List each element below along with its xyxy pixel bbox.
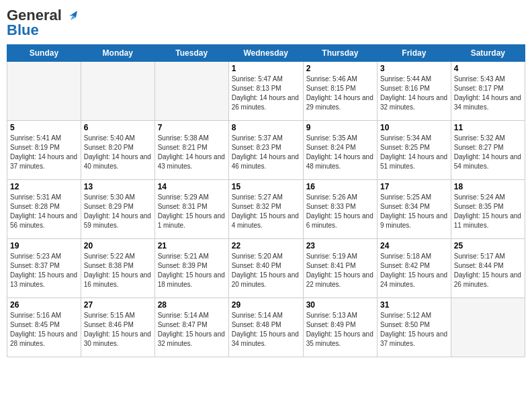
day-number: 8 xyxy=(232,123,300,132)
day-info: Sunrise: 5:46 AMSunset: 8:15 PMDaylight:… xyxy=(306,75,374,112)
day-number: 31 xyxy=(380,300,448,310)
day-info: Sunrise: 5:17 AMSunset: 8:44 PMDaylight:… xyxy=(454,252,522,289)
day-info: Sunrise: 5:38 AMSunset: 8:21 PMDaylight:… xyxy=(158,134,226,171)
calendar-cell xyxy=(154,62,228,121)
day-number: 9 xyxy=(306,123,374,132)
day-number: 10 xyxy=(380,123,448,132)
day-number: 19 xyxy=(10,241,78,250)
day-number: 28 xyxy=(158,300,226,310)
day-number: 5 xyxy=(10,123,78,132)
day-number: 23 xyxy=(306,241,374,250)
day-info: Sunrise: 5:14 AMSunset: 8:47 PMDaylight:… xyxy=(158,311,226,349)
day-info: Sunrise: 5:47 AMSunset: 8:13 PMDaylight:… xyxy=(232,75,300,112)
day-info: Sunrise: 5:27 AMSunset: 8:32 PMDaylight:… xyxy=(232,193,300,230)
calendar-cell: 16 Sunrise: 5:26 AMSunset: 8:33 PMDaylig… xyxy=(303,180,377,239)
day-info: Sunrise: 5:29 AMSunset: 8:31 PMDaylight:… xyxy=(158,193,226,230)
weekday-header-friday: Friday xyxy=(377,45,451,62)
calendar-cell: 13 Sunrise: 5:30 AMSunset: 8:29 PMDaylig… xyxy=(81,180,154,239)
calendar-cell: 30 Sunrise: 5:13 AMSunset: 8:49 PMDaylig… xyxy=(303,298,377,357)
calendar-cell: 2 Sunrise: 5:46 AMSunset: 8:15 PMDayligh… xyxy=(303,62,377,121)
day-number: 21 xyxy=(158,241,226,250)
weekday-header-monday: Monday xyxy=(81,45,154,62)
day-number: 12 xyxy=(10,182,78,191)
day-info: Sunrise: 5:18 AMSunset: 8:42 PMDaylight:… xyxy=(380,252,448,289)
calendar-cell: 22 Sunrise: 5:20 AMSunset: 8:40 PMDaylig… xyxy=(228,239,303,298)
day-number: 20 xyxy=(84,241,152,250)
page-header: General Blue xyxy=(7,7,525,39)
calendar-cell: 1 Sunrise: 5:47 AMSunset: 8:13 PMDayligh… xyxy=(228,62,303,121)
day-info: Sunrise: 5:26 AMSunset: 8:33 PMDaylight:… xyxy=(306,193,374,230)
day-info: Sunrise: 5:14 AMSunset: 8:48 PMDaylight:… xyxy=(232,311,300,349)
day-number: 13 xyxy=(84,182,152,191)
weekday-header-saturday: Saturday xyxy=(451,45,525,62)
calendar-cell: 14 Sunrise: 5:29 AMSunset: 8:31 PMDaylig… xyxy=(154,180,228,239)
day-info: Sunrise: 5:19 AMSunset: 8:41 PMDaylight:… xyxy=(306,252,374,289)
day-info: Sunrise: 5:12 AMSunset: 8:50 PMDaylight:… xyxy=(380,311,448,349)
calendar-cell xyxy=(7,62,81,121)
calendar-cell: 23 Sunrise: 5:19 AMSunset: 8:41 PMDaylig… xyxy=(303,239,377,298)
logo-bird-icon xyxy=(64,7,81,24)
day-info: Sunrise: 5:44 AMSunset: 8:16 PMDaylight:… xyxy=(380,75,448,112)
day-info: Sunrise: 5:37 AMSunset: 8:23 PMDaylight:… xyxy=(232,134,300,171)
calendar-cell: 8 Sunrise: 5:37 AMSunset: 8:23 PMDayligh… xyxy=(228,121,303,180)
day-info: Sunrise: 5:23 AMSunset: 8:37 PMDaylight:… xyxy=(10,252,78,289)
weekday-header-thursday: Thursday xyxy=(303,45,377,62)
calendar-cell: 6 Sunrise: 5:40 AMSunset: 8:20 PMDayligh… xyxy=(81,121,154,180)
calendar-cell: 31 Sunrise: 5:12 AMSunset: 8:50 PMDaylig… xyxy=(377,298,451,357)
day-number: 7 xyxy=(158,123,226,132)
day-info: Sunrise: 5:20 AMSunset: 8:40 PMDaylight:… xyxy=(232,252,300,289)
day-info: Sunrise: 5:13 AMSunset: 8:49 PMDaylight:… xyxy=(306,311,374,349)
calendar-cell: 21 Sunrise: 5:21 AMSunset: 8:39 PMDaylig… xyxy=(154,239,228,298)
day-info: Sunrise: 5:40 AMSunset: 8:20 PMDaylight:… xyxy=(84,134,152,171)
calendar-cell: 10 Sunrise: 5:34 AMSunset: 8:25 PMDaylig… xyxy=(377,121,451,180)
calendar-cell: 19 Sunrise: 5:23 AMSunset: 8:37 PMDaylig… xyxy=(7,239,81,298)
calendar-cell: 11 Sunrise: 5:32 AMSunset: 8:27 PMDaylig… xyxy=(451,121,525,180)
day-number: 29 xyxy=(232,300,300,310)
calendar-cell: 5 Sunrise: 5:41 AMSunset: 8:19 PMDayligh… xyxy=(7,121,81,180)
weekday-header-tuesday: Tuesday xyxy=(154,45,228,62)
day-number: 24 xyxy=(380,241,448,250)
calendar-cell: 29 Sunrise: 5:14 AMSunset: 8:48 PMDaylig… xyxy=(228,298,303,357)
day-info: Sunrise: 5:43 AMSunset: 8:17 PMDaylight:… xyxy=(454,75,522,112)
calendar-cell: 17 Sunrise: 5:25 AMSunset: 8:34 PMDaylig… xyxy=(377,180,451,239)
day-number: 16 xyxy=(306,182,374,191)
day-number: 14 xyxy=(158,182,226,191)
day-number: 4 xyxy=(454,64,522,73)
day-number: 18 xyxy=(454,182,522,191)
day-number: 15 xyxy=(232,182,300,191)
weekday-header-wednesday: Wednesday xyxy=(228,45,303,62)
day-info: Sunrise: 5:35 AMSunset: 8:24 PMDaylight:… xyxy=(306,134,374,171)
day-number: 6 xyxy=(84,123,152,132)
logo: General Blue xyxy=(7,7,81,39)
day-number: 22 xyxy=(232,241,300,250)
day-info: Sunrise: 5:41 AMSunset: 8:19 PMDaylight:… xyxy=(10,134,78,171)
day-number: 17 xyxy=(380,182,448,191)
calendar-cell: 24 Sunrise: 5:18 AMSunset: 8:42 PMDaylig… xyxy=(377,239,451,298)
day-info: Sunrise: 5:31 AMSunset: 8:28 PMDaylight:… xyxy=(10,193,78,230)
day-number: 1 xyxy=(232,64,300,73)
day-info: Sunrise: 5:30 AMSunset: 8:29 PMDaylight:… xyxy=(84,193,152,230)
day-info: Sunrise: 5:25 AMSunset: 8:34 PMDaylight:… xyxy=(380,193,448,230)
calendar-cell: 20 Sunrise: 5:22 AMSunset: 8:38 PMDaylig… xyxy=(81,239,154,298)
calendar-cell: 27 Sunrise: 5:15 AMSunset: 8:46 PMDaylig… xyxy=(81,298,154,357)
calendar-cell xyxy=(81,62,154,121)
calendar-cell: 3 Sunrise: 5:44 AMSunset: 8:16 PMDayligh… xyxy=(377,62,451,121)
calendar-cell: 12 Sunrise: 5:31 AMSunset: 8:28 PMDaylig… xyxy=(7,180,81,239)
calendar-table: SundayMondayTuesdayWednesdayThursdayFrid… xyxy=(7,44,525,357)
calendar-cell xyxy=(451,298,525,357)
day-info: Sunrise: 5:32 AMSunset: 8:27 PMDaylight:… xyxy=(454,134,522,171)
day-number: 25 xyxy=(454,241,522,250)
day-number: 26 xyxy=(10,300,78,310)
day-number: 27 xyxy=(84,300,152,310)
day-info: Sunrise: 5:34 AMSunset: 8:25 PMDaylight:… xyxy=(380,134,448,171)
day-info: Sunrise: 5:16 AMSunset: 8:45 PMDaylight:… xyxy=(10,311,78,349)
calendar-cell: 25 Sunrise: 5:17 AMSunset: 8:44 PMDaylig… xyxy=(451,239,525,298)
day-number: 11 xyxy=(454,123,522,132)
weekday-header-sunday: Sunday xyxy=(7,45,81,62)
calendar-cell: 26 Sunrise: 5:16 AMSunset: 8:45 PMDaylig… xyxy=(7,298,81,357)
day-number: 2 xyxy=(306,64,374,73)
day-info: Sunrise: 5:21 AMSunset: 8:39 PMDaylight:… xyxy=(158,252,226,289)
calendar-cell: 9 Sunrise: 5:35 AMSunset: 8:24 PMDayligh… xyxy=(303,121,377,180)
calendar-cell: 7 Sunrise: 5:38 AMSunset: 8:21 PMDayligh… xyxy=(154,121,228,180)
day-info: Sunrise: 5:22 AMSunset: 8:38 PMDaylight:… xyxy=(84,252,152,289)
